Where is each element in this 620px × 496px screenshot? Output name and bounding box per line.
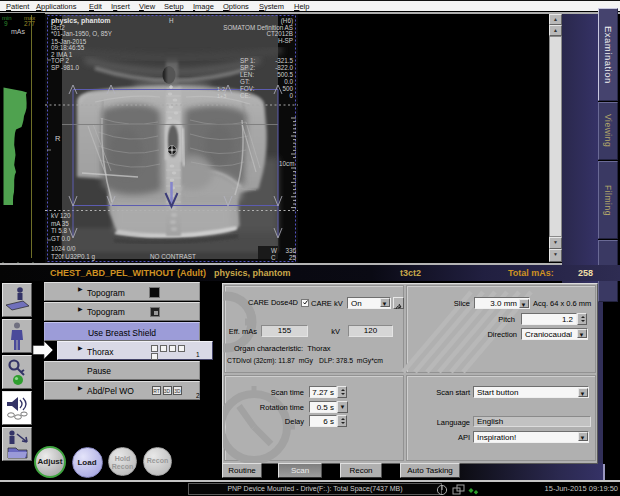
svg-text:10cm: 10cm (279, 160, 294, 167)
svg-text:1024 0/0: 1024 0/0 (51, 245, 76, 252)
svg-text:-822.0: -822.0 (275, 64, 293, 71)
svg-text:T20f U32P0.1 g: T20f U32P0.1 g (51, 253, 96, 261)
svg-text:25: 25 (289, 254, 297, 261)
svg-text:*01-Jan-1950, O, 85Y: *01-Jan-1950, O, 85Y (51, 30, 113, 37)
svg-text:9: 9 (4, 20, 8, 27)
svg-text:500: 500 (282, 85, 293, 92)
svg-text:H: H (169, 17, 174, 24)
svg-text:W: W (271, 247, 277, 254)
svg-text:mAs: mAs (11, 28, 26, 35)
svg-text:SP 2:: SP 2: (240, 64, 256, 71)
svg-text:GT 0.0: GT 0.0 (51, 235, 71, 242)
svg-text:FOV:: FOV: (240, 85, 255, 92)
svg-text:500.5: 500.5 (277, 71, 293, 78)
svg-text:R: R (55, 134, 61, 143)
svg-text:C: C (271, 254, 276, 261)
svg-text:CE:: CE: (240, 92, 251, 99)
svg-text:H-SP: H-SP (278, 37, 293, 44)
svg-text:mA 35: mA 35 (51, 220, 69, 227)
svg-text:GT:: GT: (240, 78, 250, 85)
svg-text:336: 336 (285, 247, 296, 254)
svg-text:277: 277 (24, 20, 35, 27)
svg-text:1+3: 1+3 (217, 93, 226, 99)
svg-text:-321.5: -321.5 (275, 57, 293, 64)
svg-text:1-2: 1-2 (217, 86, 225, 92)
svg-text:SP -981.0: SP -981.0 (51, 64, 79, 71)
svg-text:LEN:: LEN: (240, 71, 254, 78)
svg-text:kV 120: kV 120 (51, 212, 71, 219)
svg-text:0: 0 (289, 92, 293, 99)
svg-text:NO CONTRAST: NO CONTRAST (150, 253, 196, 260)
svg-text:0.0: 0.0 (284, 78, 293, 85)
svg-text:SP 1:: SP 1: (240, 57, 256, 64)
svg-text:TI 5.8: TI 5.8 (51, 227, 68, 234)
